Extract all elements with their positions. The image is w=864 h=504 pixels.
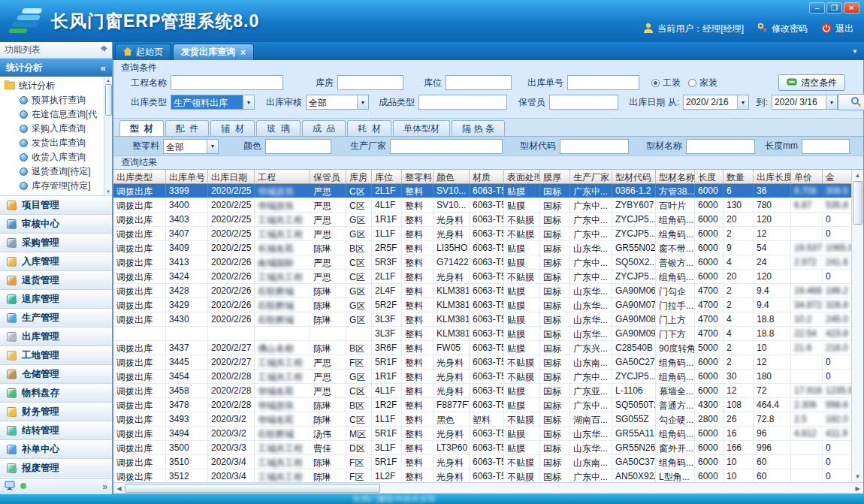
column-header[interactable]: 金	[823, 170, 851, 183]
pin-icon[interactable]	[100, 45, 107, 56]
sidebar-module-item[interactable]: 工地管理	[0, 346, 112, 364]
tree-item[interactable]: 采购入库查询	[5, 122, 110, 136]
table-row[interactable]: 调拨出库33992020/2/25华城原筑严思C区2L1F整料SV10...60…	[113, 184, 851, 198]
scroll-right-icon[interactable]: ▶	[852, 485, 863, 492]
table-row[interactable]: 调拨出库34242020/2/26工城共工程严思C区2L1F整料光身料6063-…	[113, 270, 851, 284]
maximize-button[interactable]: ❐	[826, 2, 842, 14]
color-input[interactable]	[265, 139, 331, 154]
sidebar-module-item[interactable]: 物料盘存	[0, 383, 112, 402]
location-input[interactable]	[446, 75, 512, 90]
scroll-down-icon[interactable]: ▼	[855, 471, 861, 482]
length-input[interactable]	[802, 139, 850, 154]
sidebar-module-item[interactable]: 退库管理	[0, 289, 112, 308]
chevron-down-icon[interactable]: ▼	[243, 95, 254, 109]
chevron-down-icon[interactable]: ▼	[737, 95, 748, 109]
profile-code-input[interactable]	[560, 139, 629, 154]
collapse-icon[interactable]: «	[101, 62, 106, 74]
out-type-select[interactable]: 生产领料出库 ▼	[171, 95, 255, 110]
table-row[interactable]: 调拨出库35102020/3/4工城共工程陈琳F区5R1F整料光身料6063-T…	[113, 455, 851, 469]
material-tab[interactable]: 辅 材	[210, 120, 255, 136]
column-header[interactable]: 工程	[255, 170, 310, 183]
tab-shipping-query[interactable]: 发货出库查询 ×	[173, 44, 254, 60]
tree-item[interactable]: 预算执行查询	[5, 93, 110, 107]
column-header[interactable]: 型材名称	[656, 170, 695, 183]
table-row[interactable]: 调拨出库34452020/2/27工城共工程严思F区5R1F整料光身料6063-…	[113, 355, 851, 370]
column-header[interactable]: 单价	[791, 170, 823, 183]
table-row[interactable]: 调拨出库34072020/2/25工城共工程严思G区1L1F整料光身料6063-…	[113, 227, 851, 241]
order-no-input[interactable]	[567, 75, 639, 90]
table-row[interactable]: 调拨出库34372020/2/27佛山名都陈琳B区3R6F整料FW056063-…	[113, 341, 851, 355]
tree-scrollbar[interactable]: ▲ ▼	[104, 77, 112, 195]
column-header[interactable]: 表面处理	[504, 170, 540, 183]
tree-item[interactable]: 发货出库查询	[5, 136, 110, 150]
table-row[interactable]: 3L3F整料KLM38176063-T5贴膜国标山东华...GA90M09...…	[113, 327, 851, 341]
material-tab[interactable]: 隔 热 条	[452, 120, 505, 136]
zhengling-select[interactable]: 全部 ▼	[163, 139, 219, 154]
column-header[interactable]: 膜厚	[540, 170, 570, 183]
horizontal-scrollbar-thumb[interactable]	[125, 484, 380, 493]
sidebar-module-item[interactable]: 退货管理	[0, 270, 112, 289]
sidebar-module-item[interactable]: 出库管理	[0, 327, 112, 346]
column-header[interactable]: 长度	[695, 170, 724, 183]
sidebar-module-item[interactable]: 补单中心	[0, 439, 112, 458]
column-header[interactable]: 保管员	[310, 170, 346, 183]
table-row[interactable]: 调拨出库34302020/2/26石联辉城陈琳G区3L3F整料KLM381760…	[113, 312, 851, 327]
clear-conditions-button[interactable]: 清空条件	[778, 74, 845, 91]
column-header[interactable]: 库房	[346, 170, 372, 183]
column-header[interactable]: 生产厂家	[570, 170, 612, 183]
chevron-down-icon[interactable]: ▼	[207, 140, 218, 153]
table-row[interactable]: 调拨出库34942020/3/2石联辉城汤伟M区5R1F整料光身料6063-T5…	[113, 427, 851, 441]
material-tab[interactable]: 单体型材	[393, 120, 450, 136]
column-header[interactable]: 出库长度	[754, 170, 791, 183]
change-password-link[interactable]: 修改密码	[772, 23, 808, 35]
scroll-down-icon[interactable]: ▼	[106, 188, 110, 195]
sidebar-module-item[interactable]: 财务管理	[0, 402, 112, 421]
monitor-icon[interactable]	[5, 481, 15, 493]
table-row[interactable]: 调拨出库34292020/2/26石联辉城陈琳G区5R2F整料KLM381760…	[113, 298, 851, 312]
scroll-left-icon[interactable]: ◀	[113, 485, 125, 492]
audit-select[interactable]: 全部 ▼	[306, 95, 369, 110]
column-header[interactable]: 出库日期	[208, 170, 255, 183]
profile-name-input[interactable]	[686, 139, 755, 154]
tree-item[interactable]: 在途信息查询[代	[5, 107, 110, 122]
maker-input[interactable]	[390, 139, 503, 154]
material-tab[interactable]: 玻 璃	[256, 120, 301, 136]
tab-home[interactable]: 起始页	[115, 44, 171, 60]
tree-item[interactable]: 收货入库查询	[5, 150, 110, 164]
horizontal-scrollbar[interactable]: ◀ ▶	[113, 482, 863, 493]
date-to-picker[interactable]: 2020/ 3/16 ▼	[772, 95, 838, 110]
sidebar-section-header[interactable]: 统计分析 «	[0, 59, 112, 77]
column-header[interactable]: 整零料	[402, 170, 434, 183]
table-row[interactable]: 调拨出库34132020/2/26南城国际严思C区5R3F整料G71422606…	[113, 255, 851, 270]
keeper-input[interactable]	[549, 95, 618, 110]
sidebar-module-item[interactable]: 结转管理	[0, 421, 112, 439]
tab-list-dropdown-icon[interactable]: ▼	[852, 48, 858, 55]
scroll-up-icon[interactable]: ▲	[106, 77, 110, 84]
radio-gongzhuang[interactable]: 工装	[651, 77, 681, 89]
material-tab[interactable]: 配 件	[165, 120, 210, 136]
table-row[interactable]: 调拨出库34542020/2/28工城共工程严思G区1R1F整料光身料6063-…	[113, 370, 851, 384]
scroll-up-icon[interactable]: ▲	[855, 170, 861, 181]
material-tab[interactable]: 成 品	[302, 120, 346, 136]
expand-more-icon[interactable]: »	[102, 481, 107, 492]
sidebar-module-item[interactable]: 采购管理	[0, 233, 112, 252]
warehouse-input[interactable]	[337, 75, 403, 90]
sidebar-module-item[interactable]: 项目管理	[0, 195, 112, 214]
logout-link[interactable]: 退出	[835, 23, 853, 35]
chevron-down-icon[interactable]: ▼	[826, 95, 837, 109]
project-name-input[interactable]	[171, 75, 283, 90]
column-header[interactable]: 材质	[470, 170, 504, 183]
table-row[interactable]: 调拨出库35002020/3/3工城共工程曹佳D区3L1F整料LT3P60606…	[113, 441, 851, 455]
tree-item[interactable]: 库存管理[待定]	[5, 179, 110, 193]
close-button[interactable]: ✕	[844, 2, 859, 14]
product-type-input[interactable]	[418, 95, 507, 110]
vertical-scrollbar-thumb[interactable]	[853, 181, 862, 225]
column-header[interactable]: 出库类型	[113, 170, 166, 183]
table-row[interactable]: 调拨出库34782020/2/28华城原筑陈琳B区1R2F整料F8877FT60…	[113, 398, 851, 412]
column-header[interactable]: 颜色	[434, 170, 470, 183]
sidebar-module-item[interactable]: 生产管理	[0, 308, 112, 327]
table-row[interactable]: 调拨出库34002020/2/25华城原筑严思C区4L1F整料SV10...60…	[113, 198, 851, 213]
tree-item-root[interactable]: 统计分析	[5, 79, 110, 93]
tab-close-icon[interactable]: ×	[240, 48, 246, 57]
sidebar-module-item[interactable]: 仓储管理	[0, 364, 112, 383]
